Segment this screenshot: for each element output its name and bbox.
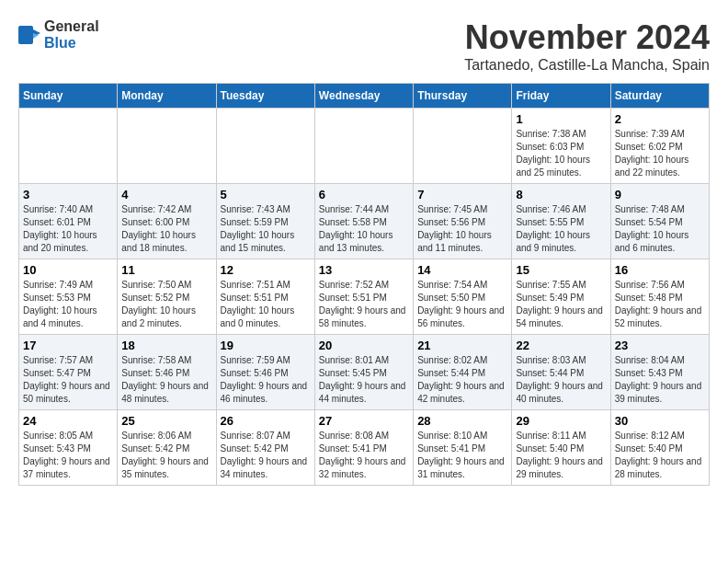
- calendar-cell: 7Sunrise: 7:45 AM Sunset: 5:56 PM Daylig…: [414, 184, 512, 259]
- calendar-cell: 23Sunrise: 8:04 AM Sunset: 5:43 PM Dayli…: [610, 335, 709, 410]
- calendar-cell: 27Sunrise: 8:08 AM Sunset: 5:41 PM Dayli…: [314, 410, 413, 486]
- day-number: 15: [516, 263, 606, 277]
- day-info: Sunrise: 7:43 AM Sunset: 5:59 PM Dayligh…: [221, 203, 311, 255]
- calendar-cell: 28Sunrise: 8:10 AM Sunset: 5:41 PM Dayli…: [414, 410, 512, 486]
- svg-rect-0: [18, 26, 33, 44]
- title-section: November 2024 Tartanedo, Castille-La Man…: [464, 18, 710, 74]
- weekday-header-friday: Friday: [512, 84, 610, 109]
- day-info: Sunrise: 7:48 AM Sunset: 5:54 PM Dayligh…: [615, 203, 705, 255]
- calendar-cell: 4Sunrise: 7:42 AM Sunset: 6:00 PM Daylig…: [118, 184, 216, 259]
- calendar-cell: 22Sunrise: 8:03 AM Sunset: 5:44 PM Dayli…: [512, 335, 610, 410]
- logo: General Blue: [18, 18, 99, 52]
- calendar-cell: 2Sunrise: 7:39 AM Sunset: 6:02 PM Daylig…: [610, 109, 709, 184]
- calendar-cell: [118, 109, 216, 184]
- month-year-title: November 2024: [464, 18, 710, 57]
- calendar-week-row: 10Sunrise: 7:49 AM Sunset: 5:53 PM Dayli…: [19, 259, 710, 335]
- day-info: Sunrise: 7:58 AM Sunset: 5:46 PM Dayligh…: [121, 354, 211, 406]
- day-number: 17: [23, 339, 113, 352]
- calendar-week-row: 1Sunrise: 7:38 AM Sunset: 6:03 PM Daylig…: [19, 109, 710, 184]
- calendar-cell: 25Sunrise: 8:06 AM Sunset: 5:42 PM Dayli…: [118, 410, 216, 486]
- weekday-header-sunday: Sunday: [19, 84, 118, 109]
- calendar-cell: 24Sunrise: 8:05 AM Sunset: 5:43 PM Dayli…: [19, 410, 118, 486]
- day-number: 13: [319, 263, 409, 277]
- calendar-cell: 10Sunrise: 7:49 AM Sunset: 5:53 PM Dayli…: [19, 259, 118, 335]
- weekday-header-row: SundayMondayTuesdayWednesdayThursdayFrid…: [19, 84, 710, 109]
- day-info: Sunrise: 7:51 AM Sunset: 5:51 PM Dayligh…: [221, 279, 311, 330]
- logo-blue: Blue: [44, 35, 76, 51]
- day-info: Sunrise: 8:08 AM Sunset: 5:41 PM Dayligh…: [319, 430, 409, 481]
- day-number: 27: [319, 414, 409, 428]
- calendar-cell: 6Sunrise: 7:44 AM Sunset: 5:58 PM Daylig…: [314, 184, 413, 259]
- weekday-header-wednesday: Wednesday: [314, 84, 413, 109]
- day-number: 6: [319, 188, 409, 201]
- day-number: 11: [121, 263, 211, 277]
- day-info: Sunrise: 7:57 AM Sunset: 5:47 PM Dayligh…: [23, 354, 113, 406]
- location-subtitle: Tartanedo, Castille-La Mancha, Spain: [464, 57, 710, 74]
- day-number: 12: [221, 263, 311, 277]
- calendar-cell: 21Sunrise: 8:02 AM Sunset: 5:44 PM Dayli…: [414, 335, 512, 410]
- day-number: 30: [615, 414, 705, 428]
- calendar-cell: 19Sunrise: 7:59 AM Sunset: 5:46 PM Dayli…: [216, 335, 314, 410]
- calendar-cell: 16Sunrise: 7:56 AM Sunset: 5:48 PM Dayli…: [610, 259, 709, 335]
- calendar-cell: 8Sunrise: 7:46 AM Sunset: 5:55 PM Daylig…: [512, 184, 610, 259]
- day-number: 23: [615, 339, 705, 352]
- day-number: 16: [615, 263, 705, 277]
- day-info: Sunrise: 8:12 AM Sunset: 5:40 PM Dayligh…: [615, 430, 705, 481]
- logo-icon: [18, 26, 40, 44]
- day-number: 1: [516, 112, 606, 126]
- calendar-cell: 11Sunrise: 7:50 AM Sunset: 5:52 PM Dayli…: [118, 259, 216, 335]
- day-number: 22: [516, 339, 606, 352]
- day-number: 9: [615, 188, 705, 201]
- calendar-cell: 3Sunrise: 7:40 AM Sunset: 6:01 PM Daylig…: [19, 184, 118, 259]
- day-info: Sunrise: 7:45 AM Sunset: 5:56 PM Dayligh…: [417, 203, 507, 255]
- day-info: Sunrise: 7:49 AM Sunset: 5:53 PM Dayligh…: [23, 279, 113, 330]
- day-info: Sunrise: 8:10 AM Sunset: 5:41 PM Dayligh…: [417, 430, 507, 481]
- calendar-week-row: 24Sunrise: 8:05 AM Sunset: 5:43 PM Dayli…: [19, 410, 710, 486]
- day-info: Sunrise: 7:55 AM Sunset: 5:49 PM Dayligh…: [516, 279, 606, 330]
- day-info: Sunrise: 8:06 AM Sunset: 5:42 PM Dayligh…: [121, 430, 211, 481]
- day-info: Sunrise: 7:52 AM Sunset: 5:51 PM Dayligh…: [319, 279, 409, 330]
- day-info: Sunrise: 8:01 AM Sunset: 5:45 PM Dayligh…: [319, 354, 409, 406]
- day-info: Sunrise: 7:38 AM Sunset: 6:03 PM Dayligh…: [516, 128, 606, 179]
- calendar-cell: 20Sunrise: 8:01 AM Sunset: 5:45 PM Dayli…: [314, 335, 413, 410]
- calendar-cell: 29Sunrise: 8:11 AM Sunset: 5:40 PM Dayli…: [512, 410, 610, 486]
- calendar-cell: 15Sunrise: 7:55 AM Sunset: 5:49 PM Dayli…: [512, 259, 610, 335]
- day-number: 21: [417, 339, 507, 352]
- calendar-week-row: 3Sunrise: 7:40 AM Sunset: 6:01 PM Daylig…: [19, 184, 710, 259]
- calendar-cell: [314, 109, 413, 184]
- day-info: Sunrise: 7:44 AM Sunset: 5:58 PM Dayligh…: [319, 203, 409, 255]
- day-info: Sunrise: 7:54 AM Sunset: 5:50 PM Dayligh…: [417, 279, 507, 330]
- weekday-header-monday: Monday: [118, 84, 216, 109]
- calendar-week-row: 17Sunrise: 7:57 AM Sunset: 5:47 PM Dayli…: [19, 335, 710, 410]
- day-info: Sunrise: 7:39 AM Sunset: 6:02 PM Dayligh…: [615, 128, 705, 179]
- weekday-header-tuesday: Tuesday: [216, 84, 314, 109]
- calendar-cell: 13Sunrise: 7:52 AM Sunset: 5:51 PM Dayli…: [314, 259, 413, 335]
- calendar-cell: [19, 109, 118, 184]
- calendar-cell: [216, 109, 314, 184]
- calendar-cell: 9Sunrise: 7:48 AM Sunset: 5:54 PM Daylig…: [610, 184, 709, 259]
- day-number: 10: [23, 263, 113, 277]
- day-info: Sunrise: 8:04 AM Sunset: 5:43 PM Dayligh…: [615, 354, 705, 406]
- day-number: 8: [516, 188, 606, 201]
- page-header: General Blue November 2024 Tartanedo, Ca…: [18, 18, 710, 74]
- day-info: Sunrise: 7:50 AM Sunset: 5:52 PM Dayligh…: [121, 279, 211, 330]
- day-info: Sunrise: 8:02 AM Sunset: 5:44 PM Dayligh…: [417, 354, 507, 406]
- weekday-header-saturday: Saturday: [610, 84, 709, 109]
- day-info: Sunrise: 8:07 AM Sunset: 5:42 PM Dayligh…: [221, 430, 311, 481]
- day-info: Sunrise: 7:59 AM Sunset: 5:46 PM Dayligh…: [221, 354, 311, 406]
- calendar-cell: 18Sunrise: 7:58 AM Sunset: 5:46 PM Dayli…: [118, 335, 216, 410]
- logo-general: General: [44, 18, 99, 34]
- day-number: 19: [221, 339, 311, 352]
- calendar-cell: 26Sunrise: 8:07 AM Sunset: 5:42 PM Dayli…: [216, 410, 314, 486]
- day-info: Sunrise: 7:40 AM Sunset: 6:01 PM Dayligh…: [23, 203, 113, 255]
- day-number: 24: [23, 414, 113, 428]
- day-number: 18: [121, 339, 211, 352]
- day-info: Sunrise: 8:05 AM Sunset: 5:43 PM Dayligh…: [23, 430, 113, 481]
- calendar-cell: 14Sunrise: 7:54 AM Sunset: 5:50 PM Dayli…: [414, 259, 512, 335]
- day-number: 20: [319, 339, 409, 352]
- calendar-cell: 17Sunrise: 7:57 AM Sunset: 5:47 PM Dayli…: [19, 335, 118, 410]
- calendar-cell: 30Sunrise: 8:12 AM Sunset: 5:40 PM Dayli…: [610, 410, 709, 486]
- calendar-table: SundayMondayTuesdayWednesdayThursdayFrid…: [18, 83, 710, 486]
- day-number: 3: [23, 188, 113, 201]
- day-number: 4: [121, 188, 211, 201]
